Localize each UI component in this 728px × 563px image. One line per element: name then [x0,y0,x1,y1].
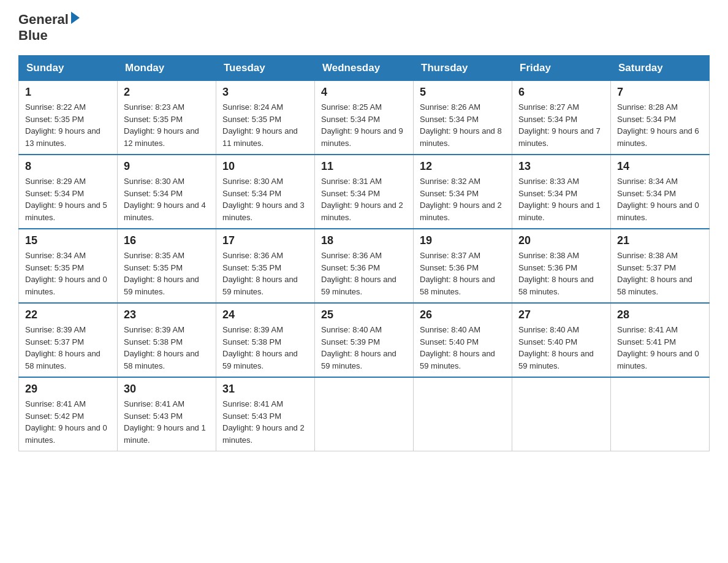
day-cell: 17 Sunrise: 8:36 AM Sunset: 5:35 PM Dayl… [216,229,315,303]
day-cell [512,377,611,451]
day-number: 7 [617,86,703,99]
col-header-thursday: Thursday [414,56,512,81]
day-number: 8 [25,160,111,173]
logo-arrow-icon [71,12,80,24]
page-header: General Blue [18,12,710,43]
day-info: Sunrise: 8:39 AM Sunset: 5:37 PM Dayligh… [25,324,111,372]
day-info: Sunrise: 8:24 AM Sunset: 5:35 PM Dayligh… [222,101,308,149]
day-info: Sunrise: 8:31 AM Sunset: 5:34 PM Dayligh… [321,175,407,223]
day-cell: 3 Sunrise: 8:24 AM Sunset: 5:35 PM Dayli… [216,81,315,155]
day-info: Sunrise: 8:40 AM Sunset: 5:40 PM Dayligh… [518,324,604,372]
day-cell: 22 Sunrise: 8:39 AM Sunset: 5:37 PM Dayl… [19,303,118,377]
day-number: 16 [124,234,210,247]
logo-general: General [18,12,69,27]
day-number: 28 [617,308,703,321]
day-info: Sunrise: 8:25 AM Sunset: 5:34 PM Dayligh… [321,101,407,149]
day-cell: 30 Sunrise: 8:41 AM Sunset: 5:43 PM Dayl… [118,377,216,451]
day-number: 27 [518,308,604,321]
day-number: 18 [321,234,407,247]
day-info: Sunrise: 8:39 AM Sunset: 5:38 PM Dayligh… [124,324,210,372]
day-number: 1 [25,86,111,99]
logo: General Blue [18,12,80,43]
day-info: Sunrise: 8:41 AM Sunset: 5:43 PM Dayligh… [222,398,308,446]
day-number: 24 [222,308,308,321]
day-number: 21 [617,234,703,247]
col-header-monday: Monday [118,56,216,81]
day-number: 9 [124,160,210,173]
day-info: Sunrise: 8:30 AM Sunset: 5:34 PM Dayligh… [222,175,308,223]
day-number: 25 [321,308,407,321]
day-cell: 23 Sunrise: 8:39 AM Sunset: 5:38 PM Dayl… [118,303,216,377]
day-info: Sunrise: 8:41 AM Sunset: 5:41 PM Dayligh… [617,324,703,372]
day-info: Sunrise: 8:34 AM Sunset: 5:34 PM Dayligh… [617,175,703,223]
day-cell [611,377,710,451]
day-cell: 27 Sunrise: 8:40 AM Sunset: 5:40 PM Dayl… [512,303,611,377]
week-row-5: 29 Sunrise: 8:41 AM Sunset: 5:42 PM Dayl… [19,377,710,451]
day-info: Sunrise: 8:38 AM Sunset: 5:36 PM Dayligh… [518,250,604,297]
day-info: Sunrise: 8:32 AM Sunset: 5:34 PM Dayligh… [420,175,506,223]
day-cell: 28 Sunrise: 8:41 AM Sunset: 5:41 PM Dayl… [611,303,710,377]
day-info: Sunrise: 8:26 AM Sunset: 5:34 PM Dayligh… [420,101,506,149]
col-header-sunday: Sunday [19,56,118,81]
day-cell: 24 Sunrise: 8:39 AM Sunset: 5:38 PM Dayl… [216,303,315,377]
day-number: 31 [222,383,308,396]
day-cell: 13 Sunrise: 8:33 AM Sunset: 5:34 PM Dayl… [512,155,611,229]
day-cell: 31 Sunrise: 8:41 AM Sunset: 5:43 PM Dayl… [216,377,315,451]
day-cell: 11 Sunrise: 8:31 AM Sunset: 5:34 PM Dayl… [315,155,414,229]
week-row-4: 22 Sunrise: 8:39 AM Sunset: 5:37 PM Dayl… [19,303,710,377]
day-number: 3 [222,86,308,99]
day-cell: 7 Sunrise: 8:28 AM Sunset: 5:34 PM Dayli… [611,81,710,155]
day-info: Sunrise: 8:41 AM Sunset: 5:42 PM Dayligh… [25,398,111,446]
day-info: Sunrise: 8:37 AM Sunset: 5:36 PM Dayligh… [420,250,506,297]
day-number: 2 [124,86,210,99]
day-cell: 6 Sunrise: 8:27 AM Sunset: 5:34 PM Dayli… [512,81,611,155]
day-cell [315,377,414,451]
day-number: 19 [420,234,506,247]
header-row: SundayMondayTuesdayWednesdayThursdayFrid… [19,56,710,81]
day-number: 4 [321,86,407,99]
day-number: 29 [25,383,111,396]
day-info: Sunrise: 8:39 AM Sunset: 5:38 PM Dayligh… [222,324,308,372]
day-cell: 10 Sunrise: 8:30 AM Sunset: 5:34 PM Dayl… [216,155,315,229]
col-header-wednesday: Wednesday [315,56,414,81]
calendar-table: SundayMondayTuesdayWednesdayThursdayFrid… [18,55,710,451]
day-number: 26 [420,308,506,321]
day-info: Sunrise: 8:34 AM Sunset: 5:35 PM Dayligh… [25,250,111,297]
day-info: Sunrise: 8:22 AM Sunset: 5:35 PM Dayligh… [25,101,111,149]
day-info: Sunrise: 8:41 AM Sunset: 5:43 PM Dayligh… [124,398,210,446]
day-cell: 18 Sunrise: 8:36 AM Sunset: 5:36 PM Dayl… [315,229,414,303]
week-row-2: 8 Sunrise: 8:29 AM Sunset: 5:34 PM Dayli… [19,155,710,229]
day-info: Sunrise: 8:36 AM Sunset: 5:36 PM Dayligh… [321,250,407,297]
col-header-friday: Friday [512,56,611,81]
day-cell [414,377,512,451]
day-cell: 12 Sunrise: 8:32 AM Sunset: 5:34 PM Dayl… [414,155,512,229]
day-info: Sunrise: 8:36 AM Sunset: 5:35 PM Dayligh… [222,250,308,297]
day-cell: 16 Sunrise: 8:35 AM Sunset: 5:35 PM Dayl… [118,229,216,303]
day-cell: 2 Sunrise: 8:23 AM Sunset: 5:35 PM Dayli… [118,81,216,155]
day-cell: 8 Sunrise: 8:29 AM Sunset: 5:34 PM Dayli… [19,155,118,229]
day-cell: 29 Sunrise: 8:41 AM Sunset: 5:42 PM Dayl… [19,377,118,451]
day-number: 17 [222,234,308,247]
week-row-1: 1 Sunrise: 8:22 AM Sunset: 5:35 PM Dayli… [19,81,710,155]
day-cell: 14 Sunrise: 8:34 AM Sunset: 5:34 PM Dayl… [611,155,710,229]
day-number: 11 [321,160,407,173]
day-number: 6 [518,86,604,99]
week-row-3: 15 Sunrise: 8:34 AM Sunset: 5:35 PM Dayl… [19,229,710,303]
day-number: 20 [518,234,604,247]
day-cell: 19 Sunrise: 8:37 AM Sunset: 5:36 PM Dayl… [414,229,512,303]
day-cell: 1 Sunrise: 8:22 AM Sunset: 5:35 PM Dayli… [19,81,118,155]
day-info: Sunrise: 8:29 AM Sunset: 5:34 PM Dayligh… [25,175,111,223]
day-cell: 4 Sunrise: 8:25 AM Sunset: 5:34 PM Dayli… [315,81,414,155]
day-cell: 20 Sunrise: 8:38 AM Sunset: 5:36 PM Dayl… [512,229,611,303]
day-number: 14 [617,160,703,173]
day-info: Sunrise: 8:38 AM Sunset: 5:37 PM Dayligh… [617,250,703,297]
logo-blue: Blue [18,28,48,43]
day-cell: 5 Sunrise: 8:26 AM Sunset: 5:34 PM Dayli… [414,81,512,155]
day-number: 10 [222,160,308,173]
day-number: 23 [124,308,210,321]
day-number: 30 [124,383,210,396]
col-header-saturday: Saturday [611,56,710,81]
day-cell: 26 Sunrise: 8:40 AM Sunset: 5:40 PM Dayl… [414,303,512,377]
day-info: Sunrise: 8:40 AM Sunset: 5:39 PM Dayligh… [321,324,407,372]
day-number: 15 [25,234,111,247]
